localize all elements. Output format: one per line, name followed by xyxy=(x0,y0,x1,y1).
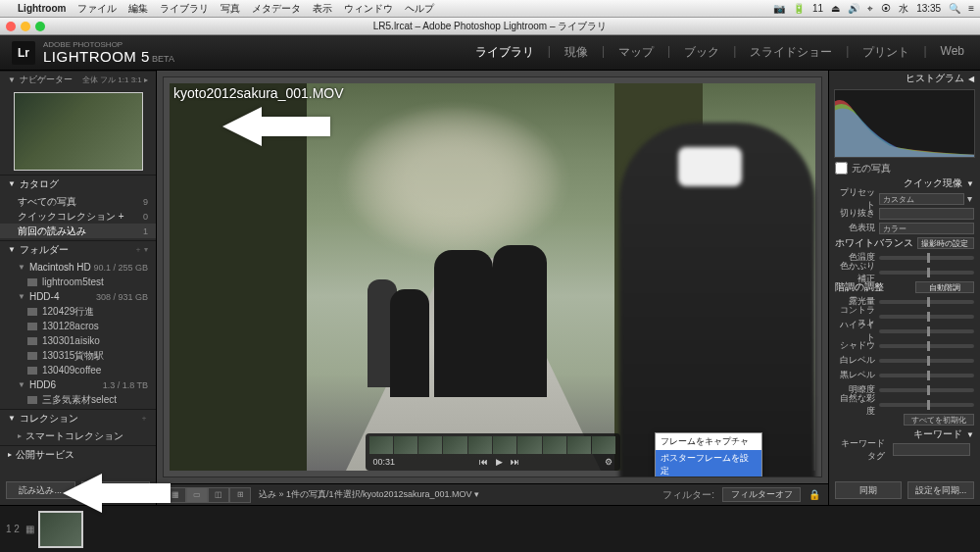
folder-item[interactable]: 130301aisiko xyxy=(0,333,156,348)
histogram[interactable] xyxy=(834,89,975,158)
drive-macintosh-hd[interactable]: ▼Macintosh HD90.1 / 255 GB xyxy=(0,260,156,275)
folder-item[interactable]: 130409coffee xyxy=(0,363,156,377)
folders-header[interactable]: ▼フォルダー＋ ▾ xyxy=(0,240,156,258)
video-time: 00:31 xyxy=(373,457,396,467)
module-book[interactable]: ブック xyxy=(680,44,723,61)
navigator-header[interactable]: ▼ナビゲーター 全体 フル 1:1 3:1 ▸ xyxy=(0,71,156,88)
brand-beta: BETA xyxy=(152,54,174,64)
exposure-slider[interactable] xyxy=(879,300,974,304)
menu-view[interactable]: 表示 xyxy=(313,2,332,16)
publish-services-header[interactable]: ▸公開サービス xyxy=(0,445,156,463)
wifi-icon[interactable]: ⦿ xyxy=(881,3,891,14)
filter-label: フィルター: xyxy=(662,488,714,502)
module-picker: ライブラリ| 現像| マップ| ブック| スライドショー| プリント| Web xyxy=(471,44,968,61)
zoom-icon[interactable] xyxy=(35,22,45,31)
catalog-all-photos[interactable]: すべての写真9 xyxy=(0,194,156,209)
folder-item[interactable]: 120429行進 xyxy=(0,304,156,319)
eject-icon[interactable]: ⏏ xyxy=(831,3,840,14)
brand-line2: LIGHTROOM 5 xyxy=(43,48,150,65)
window-titlebar: LR5.lrcat – Adobe Photoshop Lightroom – … xyxy=(0,18,980,35)
preview-filename: kyoto2012sakura_001.MOV xyxy=(173,85,344,101)
bluetooth-icon[interactable]: ⌖ xyxy=(867,3,873,15)
drive-hdd4[interactable]: ▼HDD-4308 / 931 GB xyxy=(0,289,156,304)
keyword-input[interactable] xyxy=(893,443,970,456)
temp-slider[interactable] xyxy=(879,256,974,260)
screenshot-icon[interactable]: 📷 xyxy=(773,3,785,14)
vibrance-slider[interactable] xyxy=(879,403,974,407)
auto-tone-button[interactable]: 自動階調 xyxy=(915,281,974,293)
collections-header[interactable]: ▼コレクション＋ xyxy=(0,409,156,427)
mac-menubar: Lightroom ファイル 編集 ライブラリ 写真 メタデータ 表示 ウィンド… xyxy=(0,0,980,18)
menu-file[interactable]: ファイル xyxy=(77,2,117,16)
survey-view-button[interactable]: ⊞ xyxy=(229,487,251,503)
menu-app[interactable]: Lightroom xyxy=(18,3,66,14)
folder-item[interactable]: lightroom5test xyxy=(0,275,156,289)
filter-lock-icon[interactable]: 🔒 xyxy=(808,489,820,500)
catalog-header[interactable]: ▼カタログ xyxy=(0,175,156,192)
menu-set-poster-frame[interactable]: ポスターフレームを設定 xyxy=(656,450,761,477)
crop-select[interactable] xyxy=(879,208,974,220)
module-map[interactable]: マップ xyxy=(614,44,658,61)
module-develop[interactable]: 現像 xyxy=(561,44,592,61)
catalog-quick-collection[interactable]: クイックコレクション +0 xyxy=(0,209,156,224)
module-print[interactable]: プリント xyxy=(858,44,913,61)
volume-icon[interactable]: 🔊 xyxy=(848,3,859,14)
catalog-previous-import[interactable]: 前回の読み込み1 xyxy=(0,224,156,238)
tint-slider[interactable] xyxy=(879,271,974,275)
folder-item[interactable]: 三多気素材select xyxy=(0,392,156,407)
histogram-header[interactable]: ヒストグラム◀ xyxy=(829,71,980,86)
shadow-slider[interactable] xyxy=(879,344,974,348)
menu-library[interactable]: ライブラリ xyxy=(160,2,209,16)
preset-select[interactable]: カスタム xyxy=(879,193,964,205)
second-window-icon[interactable]: 1 2 xyxy=(6,524,20,534)
notifications-icon[interactable]: ≡ xyxy=(968,3,974,14)
drive-hdd6[interactable]: ▼HDD61.3 / 1.8 TB xyxy=(0,377,156,392)
black-slider[interactable] xyxy=(879,374,974,377)
sync-settings-button[interactable]: 設定を同期... xyxy=(907,481,974,499)
clarity-slider[interactable] xyxy=(879,388,974,392)
navigator-thumbnail[interactable] xyxy=(14,92,143,171)
menu-window[interactable]: ウィンドウ xyxy=(344,2,393,16)
folder-item[interactable]: 130128acros xyxy=(0,319,156,333)
menu-metadata[interactable]: メタデータ xyxy=(252,2,301,16)
profile-select[interactable]: カラー xyxy=(879,223,974,234)
compare-view-button[interactable]: ◫ xyxy=(208,487,229,503)
reset-all-button[interactable]: すべてを初期化 xyxy=(904,414,974,426)
menu-capture-frame[interactable]: フレームをキャプチャ xyxy=(656,433,761,450)
sync-button[interactable]: 同期 xyxy=(835,481,902,499)
module-web[interactable]: Web xyxy=(937,44,968,61)
minimize-icon[interactable] xyxy=(21,22,30,31)
clock: 13:35 xyxy=(916,3,941,14)
prev-frame-icon[interactable]: ⏮ xyxy=(479,457,488,467)
battery-icon[interactable]: 🔋 xyxy=(793,3,805,14)
battery-pct: 11 xyxy=(812,3,823,14)
day-label: 水 xyxy=(899,2,908,16)
contrast-slider[interactable] xyxy=(879,315,974,319)
app-logo-icon: Lr xyxy=(12,41,35,65)
menu-photo[interactable]: 写真 xyxy=(220,2,240,16)
annotation-arrow-icon xyxy=(222,103,330,150)
smart-collections[interactable]: ▸スマートコレクション xyxy=(0,428,156,443)
close-icon[interactable] xyxy=(6,22,16,31)
gear-icon[interactable]: ⚙ xyxy=(605,457,612,467)
spotlight-icon[interactable]: 🔍 xyxy=(949,3,960,14)
next-frame-icon[interactable]: ⏭ xyxy=(511,457,519,467)
module-library[interactable]: ライブラリ xyxy=(471,44,538,61)
filter-preset[interactable]: フィルターオフ xyxy=(722,487,801,502)
window-title: LR5.lrcat – Adobe Photoshop Lightroom – … xyxy=(373,20,607,33)
menu-edit[interactable]: 編集 xyxy=(128,2,148,16)
center-toolbar: ▦ ▭ ◫ ⊞ 込み » 1件の写真/1件選択/kyoto2012sakura_… xyxy=(157,483,828,505)
video-scrubber[interactable]: 00:31 ⏮ ▶ ⏭ ⚙ xyxy=(366,433,620,471)
white-slider[interactable] xyxy=(879,359,974,363)
loupe-view-button[interactable]: ▭ xyxy=(186,487,208,503)
menu-help[interactable]: ヘルプ xyxy=(405,2,434,16)
wb-select[interactable]: 撮影時の設定 xyxy=(917,237,974,249)
grid-icon[interactable]: ▦ xyxy=(25,524,34,534)
folder-item[interactable]: 130315貨物駅 xyxy=(0,348,156,363)
play-icon[interactable]: ▶ xyxy=(496,457,503,467)
module-slideshow[interactable]: スライドショー xyxy=(746,44,836,61)
original-photo-checkbox[interactable] xyxy=(835,162,848,175)
app-header: Lr ADOBE PHOTOSHOP LIGHTROOM 5 BETA ライブラ… xyxy=(0,35,980,71)
highlight-slider[interactable] xyxy=(879,329,974,333)
breadcrumb[interactable]: 込み » 1件の写真/1件選択/kyoto2012sakura_001.MOV … xyxy=(259,488,479,501)
